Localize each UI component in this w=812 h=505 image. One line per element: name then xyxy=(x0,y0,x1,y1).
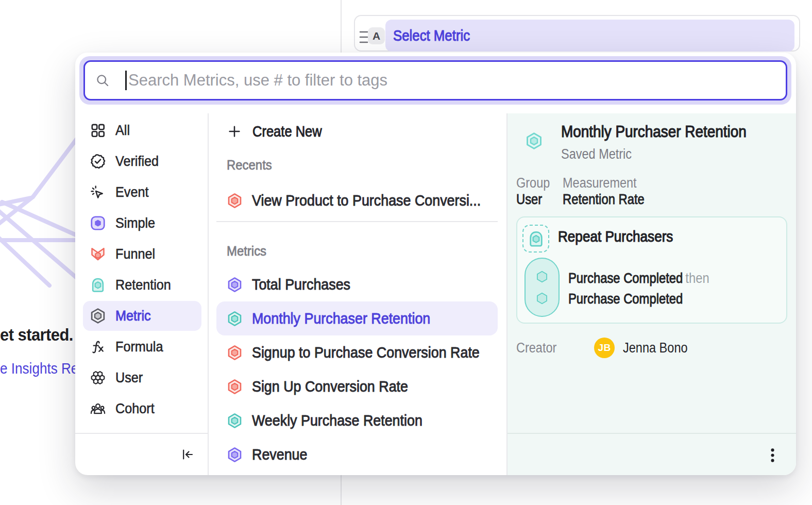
drag-handle-icon[interactable] xyxy=(359,30,368,44)
event-steps: Purchase Completedthen Purchase Complete… xyxy=(568,268,786,309)
section-divider xyxy=(216,221,498,222)
behavior-card: Repeat Purchasers Purchase Completedthen… xyxy=(516,216,787,324)
sidebar-item-simple[interactable]: Simple xyxy=(83,208,201,238)
sidebar-item-formula[interactable]: Formula xyxy=(83,332,201,362)
recents-section-label: Recents xyxy=(216,157,498,173)
metric-hexagon-icon xyxy=(227,193,243,209)
metric-list-item[interactable]: Sign Up Conversion Rate xyxy=(216,369,498,403)
metric-hexagon-icon xyxy=(227,447,243,463)
behavior-title: Repeat Purchasers xyxy=(558,228,690,245)
creator-row: Creator JB Jenna Bono xyxy=(516,338,700,358)
step-1-label: Purchase Completed xyxy=(568,270,683,286)
sidebar-item-cohort[interactable]: Cohort xyxy=(83,394,201,424)
preview-header: Monthly Purchaser Retention Saved Metric xyxy=(525,123,767,162)
sidebar-footer xyxy=(75,433,208,475)
sidebar-item-retention[interactable]: Retention xyxy=(83,270,201,300)
preview-footer xyxy=(508,433,796,475)
group-value: User xyxy=(516,191,563,208)
metric-hexagon-icon xyxy=(90,308,106,324)
creator-label: Creator xyxy=(516,340,594,356)
metric-list-item[interactable]: View Product to Purchase Conversi... xyxy=(216,183,498,217)
event-steps-pill xyxy=(525,258,560,317)
metric-list-item[interactable]: Weekly Purchase Retention xyxy=(216,403,498,437)
behavior-icon xyxy=(522,225,549,252)
search-icon xyxy=(95,73,110,88)
preview-fields: Group User Measurement Retention Rate xyxy=(516,175,659,208)
metric-hexagon-icon xyxy=(227,379,243,395)
creator-name: Jenna Bono xyxy=(623,340,700,356)
select-metric-input[interactable]: Select Metric xyxy=(385,20,794,52)
measurement-label: Measurement xyxy=(563,175,659,191)
verified-badge-icon xyxy=(90,153,106,170)
preview-subtitle: Saved Metric xyxy=(561,146,767,162)
search-placeholder: Search Metrics, use # to filter to tags xyxy=(128,71,387,90)
metric-hexagon-icon xyxy=(227,277,243,293)
select-metric-modal: Search Metrics, use # to filter to tags … xyxy=(75,53,796,475)
step-connector: then xyxy=(685,270,709,286)
select-metric-label: Select Metric xyxy=(393,27,470,44)
sidebar-item-funnel[interactable]: Funnel xyxy=(83,239,201,269)
modal-columns: AllVerifiedEventSimpleFunnelRetentionMet… xyxy=(75,113,796,475)
step-2-label: Purchase Completed xyxy=(568,291,683,307)
plus-icon xyxy=(227,124,242,139)
cohort-people-icon xyxy=(90,400,106,417)
creator-avatar: JB xyxy=(594,338,615,358)
metric-hexagon-icon xyxy=(525,132,543,150)
mixpanel-select-metric-screen: et started. e Insights Re A Select Metri… xyxy=(0,0,812,505)
background-link-fragment[interactable]: e Insights Re xyxy=(0,360,78,377)
collapse-sidebar-icon[interactable] xyxy=(181,448,194,461)
metric-preview-panel: Monthly Purchaser Retention Saved Metric… xyxy=(508,113,796,475)
metric-list-item[interactable]: Monthly Purchaser Retention xyxy=(216,301,498,335)
event-hexagon-icon xyxy=(535,270,549,283)
create-new-button[interactable]: Create New xyxy=(216,114,498,148)
event-hexagon-icon xyxy=(535,292,549,305)
metric-list-column: Create New Recents View Product to Purch… xyxy=(209,113,508,475)
metric-hexagon-icon xyxy=(227,345,243,361)
background-illustration xyxy=(0,129,78,299)
sidebar-item-user[interactable]: User xyxy=(83,363,201,393)
sidebar-item-all[interactable]: All xyxy=(83,115,201,145)
preview-title: Monthly Purchaser Retention xyxy=(561,123,767,141)
grid-icon xyxy=(90,122,106,139)
metric-list-item[interactable]: Revenue xyxy=(216,437,498,472)
funnel-icon xyxy=(90,246,106,262)
metric-list-item[interactable]: Signup to Purchase Conversion Rate xyxy=(216,335,498,369)
sidebar-item-event[interactable]: Event xyxy=(83,177,201,207)
user-hive-icon xyxy=(90,369,106,386)
sidebar-item-verified[interactable]: Verified xyxy=(83,146,201,176)
metric-query-row: A Select Metric xyxy=(354,15,800,52)
simple-metric-icon xyxy=(90,215,106,231)
sidebar-item-metric[interactable]: Metric xyxy=(83,301,201,331)
text-caret xyxy=(125,71,127,90)
search-focus-ring: Search Metrics, use # to filter to tags xyxy=(79,56,791,105)
metrics-section-label: Metrics xyxy=(216,243,498,259)
more-options-icon[interactable] xyxy=(771,448,774,462)
metric-list-item[interactable]: Total Purchases xyxy=(216,267,498,301)
measurement-value: Retention Rate xyxy=(563,191,659,208)
formula-icon xyxy=(90,339,106,355)
search-input[interactable]: Search Metrics, use # to filter to tags xyxy=(83,60,787,100)
background-heading-fragment: et started. xyxy=(0,325,73,345)
cursor-click-icon xyxy=(90,184,106,200)
category-list: AllVerifiedEventSimpleFunnelRetentionMet… xyxy=(75,113,208,433)
variable-chip[interactable]: A xyxy=(368,27,385,44)
retention-icon xyxy=(527,230,545,248)
metric-hexagon-icon xyxy=(227,311,243,327)
retention-icon xyxy=(90,277,106,293)
group-label: Group xyxy=(516,175,563,191)
metric-hexagon-icon xyxy=(227,413,243,429)
category-sidebar: AllVerifiedEventSimpleFunnelRetentionMet… xyxy=(75,113,209,475)
